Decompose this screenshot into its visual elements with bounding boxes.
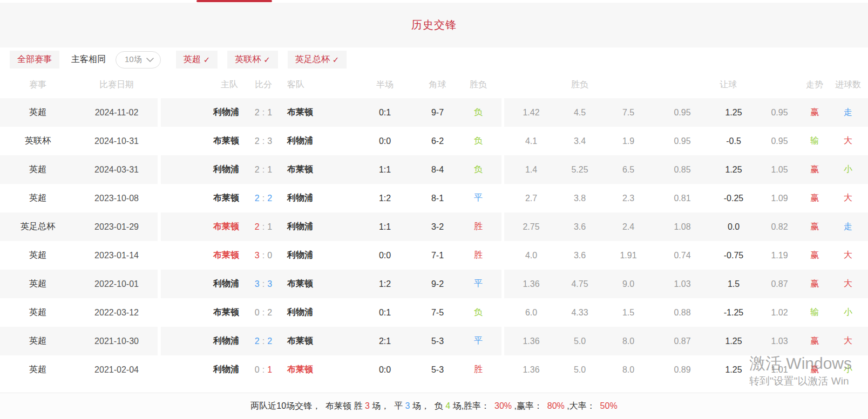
home-team-name: 布莱顿 [213, 221, 239, 232]
cell-date: 2023-01-29 [76, 212, 158, 241]
cell-handicap-home: 0.89 [655, 355, 709, 384]
cell-date: 2024-11-02 [76, 98, 158, 127]
cell-away-team: 布莱顿 [282, 355, 350, 384]
score-away: 1 [267, 365, 272, 375]
header-handicap-group: 让球 [655, 72, 801, 98]
cell-score: 3 : 3 [245, 270, 282, 298]
filter-league-fa-cup-button[interactable]: 英足总杯 ✓ [288, 51, 347, 68]
result-mark: 平 [474, 193, 483, 204]
filter-league-premier-button[interactable]: 英超 ✓ [176, 51, 218, 68]
score-home: 2 [255, 336, 260, 346]
cell-goals: 大 [828, 184, 868, 212]
cell-competition: 英超 [0, 184, 76, 212]
filter-league-efl-cup-button[interactable]: 英联杯 ✓ [227, 51, 278, 68]
cell-goals: 大 [828, 127, 868, 155]
score-away: 1 [267, 222, 272, 232]
cell-odds-draw: 3.6 [558, 241, 601, 270]
table-body: 英超 2024-11-02 利物浦 2 : 1 布莱顿 0:1 9-7 负 1.… [0, 98, 868, 384]
cell-handicap-away: 1.01 [758, 355, 801, 384]
cell-handicap-line: -0.5 [709, 127, 758, 155]
cell-trend: 赢 [801, 155, 828, 184]
table-row: 英足总杯 2023-01-29 布莱顿 2 : 1 利物浦 1:1 3-2 胜 … [0, 212, 868, 241]
summary-draw-count: 3 [405, 401, 410, 411]
score-separator: : [262, 308, 265, 318]
filter-same-venue-label[interactable]: 主客相同 [71, 54, 106, 65]
header-trend: 走势 [801, 72, 828, 98]
cell-date: 2021-02-04 [76, 355, 158, 384]
cell-goals: 大 [828, 241, 868, 270]
header-competition: 赛事 [0, 72, 76, 98]
cell-half-time: 0:0 [350, 355, 420, 384]
cell-handicap-away: 0.95 [758, 98, 801, 127]
cell-corners: 9-7 [420, 98, 455, 127]
cell-corners: 5-3 [420, 327, 455, 355]
cell-odds-win: 2.75 [504, 212, 558, 241]
cell-date: 2024-03-31 [76, 155, 158, 184]
cell-home-team: 布莱顿 [161, 184, 245, 212]
home-team-name: 布莱顿 [213, 193, 239, 204]
cell-odds-draw: 5.0 [558, 355, 601, 384]
cell-score: 0 : 2 [245, 298, 282, 327]
match-count-select[interactable]: 10场 [116, 51, 161, 68]
score-away: 3 [267, 279, 272, 289]
cell-handicap-home: 0.88 [655, 298, 709, 327]
cell-competition: 英超 [0, 355, 76, 384]
table-header-row: 赛事 比赛日期 主队 比分 客队 半场 角球 胜负 胜负 让球 走势 进球数 [0, 72, 868, 98]
filter-league-label: 英超 [184, 54, 201, 65]
cell-away-team: 利物浦 [282, 241, 350, 270]
cell-half-time: 1:1 [350, 155, 420, 184]
table-row: 英超 2022-03-12 布莱顿 0 : 2 利物浦 0:1 7-5 负 6.… [0, 298, 868, 327]
cell-competition: 英超 [0, 241, 76, 270]
active-tab-indicator [196, 0, 272, 2]
cell-goals: 小 [828, 155, 868, 184]
filter-all-matches-button[interactable]: 全部赛事 [10, 51, 59, 68]
result-mark: 负 [474, 307, 483, 318]
score-home: 2 [255, 108, 260, 118]
score-home: 2 [255, 165, 260, 175]
summary-win-rate: 30% [494, 401, 512, 411]
away-team-name: 利物浦 [287, 307, 313, 318]
cell-trend: 赢 [801, 98, 828, 127]
cell-result: 负 [455, 98, 501, 127]
cell-odds-lose: 9.0 [601, 270, 655, 298]
score-away: 0 [267, 251, 272, 260]
cell-trend: 输 [801, 298, 828, 327]
cell-handicap-home: 0.95 [655, 127, 709, 155]
cell-competition: 英足总杯 [0, 212, 76, 241]
match-count-value: 10场 [125, 54, 142, 65]
cell-score: 2 : 2 [245, 327, 282, 355]
cell-result: 负 [455, 127, 501, 155]
check-icon: ✓ [204, 55, 211, 65]
score-away: 1 [267, 108, 272, 118]
cell-home-team: 利物浦 [161, 327, 245, 355]
table-row: 英超 2023-10-08 布莱顿 2 : 2 利物浦 1:2 8-1 平 2.… [0, 184, 868, 212]
cell-score: 0 : 1 [245, 355, 282, 384]
cell-home-team: 布莱顿 [161, 241, 245, 270]
trend-mark: 赢 [810, 193, 819, 204]
home-team-name: 利物浦 [213, 107, 239, 118]
score-away: 2 [267, 336, 272, 346]
cell-odds-win: 1.36 [504, 327, 558, 355]
cell-handicap-line: 1.25 [709, 355, 758, 384]
cell-competition: 英超 [0, 327, 76, 355]
away-team-name: 布莱顿 [287, 335, 313, 347]
goals-mark: 小 [844, 364, 852, 375]
result-mark: 负 [474, 107, 483, 118]
score-away: 2 [267, 308, 272, 318]
cell-trend: 赢 [801, 184, 828, 212]
cell-odds-draw: 5.25 [558, 155, 601, 184]
result-mark: 平 [474, 278, 483, 290]
home-team-name: 利物浦 [213, 278, 239, 290]
cell-corners: 6-2 [420, 127, 455, 155]
header-home-team: 主队 [161, 72, 245, 98]
goals-mark: 走 [844, 107, 852, 118]
home-team-name: 利物浦 [213, 335, 239, 347]
trend-mark: 赢 [810, 221, 819, 232]
cell-corners: 3-2 [420, 212, 455, 241]
goals-mark: 大 [844, 250, 852, 261]
header-score: 比分 [245, 72, 282, 98]
summary-win-count: 3 [365, 401, 370, 411]
cell-handicap-away: 1.09 [758, 184, 801, 212]
score-separator: : [262, 165, 265, 175]
cell-half-time: 0:1 [350, 98, 420, 127]
